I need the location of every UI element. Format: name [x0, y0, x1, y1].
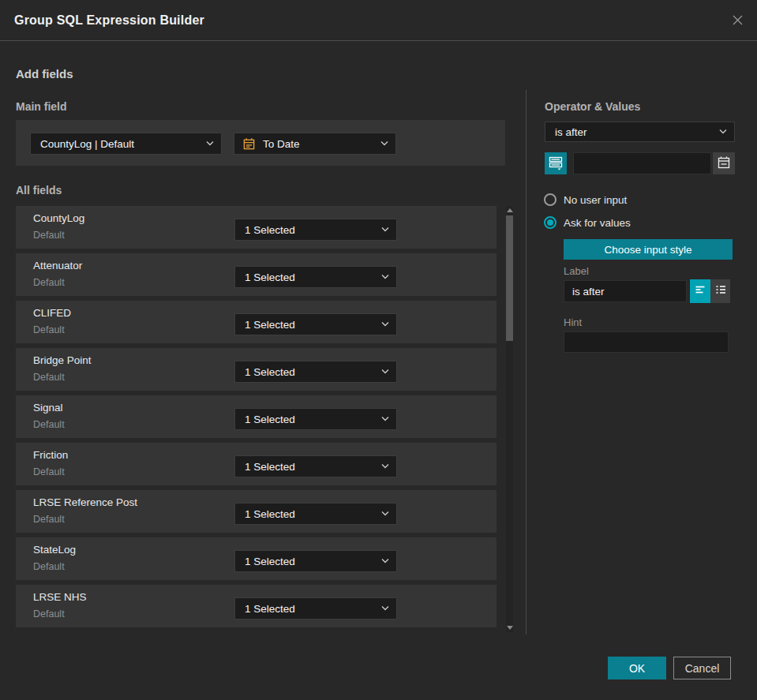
- field-row-select[interactable]: 1 Selected: [234, 361, 397, 383]
- field-row-name: StateLog: [33, 544, 76, 556]
- field-row-sub: Default: [33, 230, 65, 241]
- field-row-sub: Default: [33, 324, 65, 335]
- align-left-icon: [693, 283, 707, 300]
- main-field-select[interactable]: CountyLog | Default: [30, 133, 222, 155]
- field-row-sub: Default: [33, 277, 65, 288]
- field-row-select-value: 1 Selected: [245, 271, 295, 283]
- chevron-down-icon: [381, 275, 389, 280]
- field-row-name: CountyLog: [33, 212, 84, 224]
- main-field-panel: CountyLog | Default To Date: [16, 120, 505, 166]
- field-row: LRSE Reference Post Default 1 Selected: [16, 490, 497, 533]
- field-row: Friction Default 1 Selected: [16, 443, 497, 485]
- field-row-sub: Default: [33, 561, 65, 572]
- field-row-select[interactable]: 1 Selected: [234, 503, 397, 525]
- field-row-select[interactable]: 1 Selected: [234, 408, 397, 430]
- list-icon: [714, 283, 728, 300]
- calendar-icon: [242, 137, 256, 151]
- radio-ask-for-values[interactable]: Ask for values: [544, 216, 631, 229]
- date-field-select-value: To Date: [263, 138, 300, 150]
- field-row-sub: Default: [33, 514, 65, 525]
- field-row-select-value: 1 Selected: [245, 603, 295, 615]
- field-row-name: Signal: [33, 402, 63, 414]
- hint-input[interactable]: [564, 331, 729, 353]
- chevron-down-icon: [381, 511, 389, 517]
- radio-circle-icon: [544, 193, 557, 206]
- hint-field-label: Hint: [564, 316, 582, 328]
- title-bar: Group SQL Expression Builder: [0, 0, 757, 41]
- chevron-down-icon: [380, 141, 388, 147]
- field-row: Bridge Point Default 1 Selected: [16, 348, 497, 391]
- list-style-toggle[interactable]: [710, 279, 730, 303]
- chevron-down-icon: [206, 141, 214, 147]
- ok-button[interactable]: OK: [608, 657, 666, 679]
- field-row-name: Friction: [33, 449, 68, 461]
- field-row-name: LRSE Reference Post: [33, 496, 137, 508]
- field-row-select[interactable]: 1 Selected: [234, 550, 397, 572]
- date-field-select[interactable]: To Date: [234, 133, 396, 155]
- field-row: CLIFED Default 1 Selected: [16, 301, 497, 343]
- chevron-down-icon: [381, 606, 389, 612]
- field-row-select-value: 1 Selected: [245, 319, 295, 331]
- field-row-select-value: 1 Selected: [245, 366, 295, 378]
- chevron-down-icon: [381, 369, 389, 375]
- label-input[interactable]: [564, 280, 687, 302]
- dialog-title: Group SQL Expression Builder: [14, 0, 204, 41]
- label-field-label: Label: [564, 265, 589, 277]
- field-row-select[interactable]: 1 Selected: [234, 219, 397, 241]
- value-date-input[interactable]: [573, 152, 711, 174]
- field-row-name: LRSE NHS: [33, 591, 87, 603]
- radio-no-user-input[interactable]: No user input: [544, 193, 627, 206]
- field-row: Attenuator Default 1 Selected: [16, 253, 497, 296]
- stacked-values-icon: [548, 155, 564, 173]
- field-row: Signal Default 1 Selected: [16, 395, 497, 438]
- field-row-select-value: 1 Selected: [245, 414, 295, 425]
- field-row: LRSE NHS Default 1 Selected: [16, 585, 497, 627]
- field-row-select-value: 1 Selected: [245, 461, 295, 473]
- close-button[interactable]: [729, 13, 746, 30]
- chevron-down-icon: [719, 129, 727, 135]
- field-row-select[interactable]: 1 Selected: [234, 266, 397, 288]
- operator-select-value: is after: [555, 126, 587, 138]
- radio-label: No user input: [564, 194, 627, 206]
- operator-values-heading: Operator & Values: [545, 100, 640, 113]
- calendar-icon: [717, 155, 731, 172]
- add-fields-heading: Add fields: [16, 67, 73, 80]
- operator-select[interactable]: is after: [545, 122, 735, 142]
- main-field-label: Main field: [16, 100, 67, 113]
- cancel-button[interactable]: Cancel: [673, 657, 731, 679]
- radio-label: Ask for values: [564, 217, 631, 229]
- chevron-down-icon: [381, 417, 389, 422]
- chevron-down-icon: [381, 559, 389, 564]
- radio-circle-icon: [544, 216, 557, 229]
- field-row-select[interactable]: 1 Selected: [234, 455, 397, 477]
- panel-divider: [526, 90, 527, 634]
- field-row-sub: Default: [33, 419, 65, 430]
- field-row-sub: Default: [33, 372, 65, 383]
- chevron-down-icon: [381, 464, 389, 470]
- value-type-button[interactable]: [545, 152, 567, 174]
- chevron-down-icon: [381, 227, 389, 233]
- field-row-select[interactable]: 1 Selected: [234, 313, 397, 335]
- close-icon: [731, 13, 744, 30]
- scrollbar-up-arrow[interactable]: [507, 208, 513, 212]
- choose-input-style-button[interactable]: Choose input style: [564, 239, 733, 260]
- field-row-name: Bridge Point: [33, 354, 92, 366]
- date-picker-button[interactable]: [713, 152, 735, 174]
- field-row-select-value: 1 Selected: [245, 508, 295, 520]
- single-line-style-toggle[interactable]: [690, 279, 710, 303]
- field-row-name: Attenuator: [33, 260, 82, 271]
- field-row: StateLog Default 1 Selected: [16, 537, 497, 580]
- field-row: CountyLog Default 1 Selected: [16, 206, 497, 249]
- field-row-select[interactable]: 1 Selected: [234, 597, 397, 620]
- main-field-select-value: CountyLog | Default: [40, 138, 134, 150]
- group-sql-expression-builder-dialog: Group SQL Expression Builder Add fields …: [0, 0, 757, 700]
- field-row-sub: Default: [33, 466, 65, 477]
- field-row-name: CLIFED: [33, 307, 71, 319]
- all-fields-label: All fields: [16, 184, 62, 197]
- chevron-down-icon: [381, 322, 389, 328]
- scrollbar-thumb[interactable]: [506, 215, 513, 341]
- field-row-sub: Default: [33, 608, 65, 620]
- scrollbar-down-arrow[interactable]: [507, 626, 513, 630]
- field-row-select-value: 1 Selected: [245, 224, 295, 236]
- field-row-select-value: 1 Selected: [245, 556, 295, 567]
